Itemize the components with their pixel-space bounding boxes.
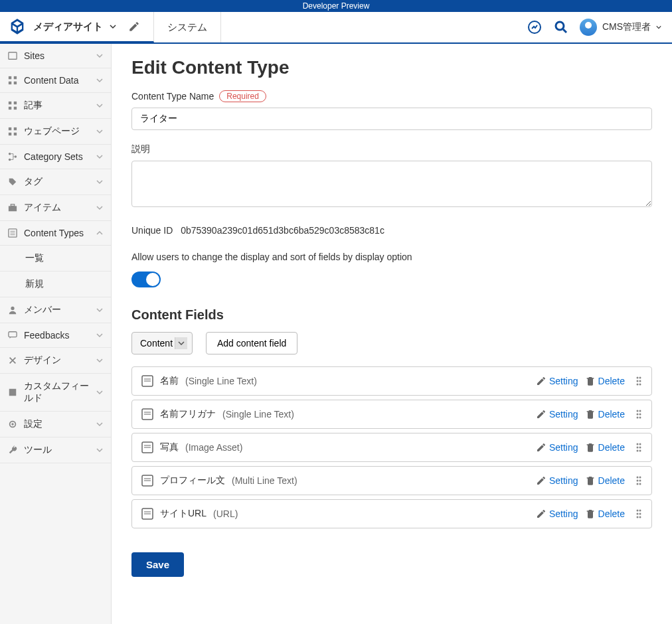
developer-preview-bar: Developer Preview bbox=[0, 0, 672, 12]
required-badge: Required bbox=[219, 90, 266, 102]
field-type-icon bbox=[141, 441, 153, 453]
svg-point-44 bbox=[639, 447, 641, 449]
delete-button[interactable]: Delete bbox=[585, 376, 625, 386]
sidebar-item-設定[interactable]: 設定 bbox=[0, 412, 111, 437]
field-type: (Single Line Text) bbox=[185, 376, 257, 386]
chevron-down-icon bbox=[96, 179, 103, 185]
drag-handle-icon[interactable] bbox=[635, 409, 642, 420]
svg-rect-18 bbox=[9, 206, 17, 211]
trash-icon bbox=[585, 409, 596, 420]
chevron-down-icon bbox=[96, 447, 103, 453]
svg-rect-10 bbox=[14, 107, 17, 110]
sidebar-item-タグ[interactable]: タグ bbox=[0, 169, 111, 195]
svg-point-28 bbox=[639, 377, 641, 379]
sidebar-item-ツール[interactable]: ツール bbox=[0, 437, 111, 463]
chevron-down-icon bbox=[96, 153, 103, 160]
drag-handle-icon[interactable] bbox=[635, 508, 642, 519]
sidebar-item-ウェブページ[interactable]: ウェブページ bbox=[0, 119, 111, 145]
sidebar-item-content-data[interactable]: Content Data bbox=[0, 68, 111, 93]
chevron-down-icon bbox=[110, 23, 116, 30]
delete-button[interactable]: Delete bbox=[585, 508, 625, 519]
add-content-field-button[interactable]: Add content field bbox=[206, 332, 297, 354]
uid-label: Unique ID bbox=[131, 225, 173, 236]
field-type-icon bbox=[141, 475, 153, 487]
save-button[interactable]: Save bbox=[131, 552, 184, 577]
svg-point-21 bbox=[11, 307, 14, 310]
sidebar-item-カスタムフィールド[interactable]: カスタムフィールド bbox=[0, 374, 111, 412]
svg-point-51 bbox=[639, 480, 641, 482]
svg-point-59 bbox=[637, 516, 639, 518]
search-icon[interactable] bbox=[553, 19, 569, 35]
uid-value: 0b75390a239c01d651d3bc6ba529c03c8583c81c bbox=[181, 225, 384, 236]
sidebar-item-label: ウェブページ bbox=[24, 125, 80, 137]
svg-rect-2 bbox=[9, 52, 17, 60]
svg-point-25 bbox=[11, 423, 14, 426]
drag-handle-icon[interactable] bbox=[635, 376, 642, 386]
chevron-down-icon bbox=[96, 357, 103, 364]
svg-rect-12 bbox=[14, 127, 17, 130]
svg-point-37 bbox=[639, 414, 641, 416]
svg-point-16 bbox=[9, 159, 11, 161]
sidebar-item-デザイン[interactable]: デザイン bbox=[0, 348, 111, 374]
name-input[interactable] bbox=[131, 108, 652, 130]
svg-point-39 bbox=[639, 417, 641, 419]
svg-point-46 bbox=[639, 450, 641, 452]
field-type-select[interactable]: Content bbox=[131, 332, 193, 354]
delete-button[interactable]: Delete bbox=[585, 442, 625, 453]
sidebar-item-content-types[interactable]: Content Types bbox=[0, 221, 111, 246]
svg-point-48 bbox=[637, 477, 639, 479]
uid-row: Unique ID 0b75390a239c01d651d3bc6ba529c0… bbox=[131, 225, 652, 236]
delete-button[interactable]: Delete bbox=[585, 409, 625, 420]
analytics-icon[interactable] bbox=[527, 19, 543, 35]
gear-icon bbox=[8, 420, 17, 429]
display-sort-toggle[interactable] bbox=[131, 272, 161, 287]
brand-title: メディアサイト bbox=[33, 21, 103, 33]
delete-button[interactable]: Delete bbox=[585, 475, 625, 486]
svg-point-29 bbox=[637, 380, 639, 382]
svg-point-31 bbox=[637, 384, 639, 386]
svg-point-57 bbox=[637, 513, 639, 515]
sidebar-item-メンバー[interactable]: メンバー bbox=[0, 297, 111, 323]
field-type-icon bbox=[141, 375, 153, 387]
sidebar-sub-一覧[interactable]: 一覧 bbox=[0, 246, 111, 272]
brand-section[interactable]: メディアサイト bbox=[0, 12, 154, 42]
sidebar-item-記事[interactable]: 記事 bbox=[0, 93, 111, 119]
header-right: CMS管理者 bbox=[516, 12, 672, 42]
user-menu[interactable]: CMS管理者 bbox=[580, 19, 661, 36]
sidebar-item-feedbacks[interactable]: Feedbacks bbox=[0, 323, 111, 348]
setting-button[interactable]: Setting bbox=[536, 508, 578, 519]
svg-point-30 bbox=[639, 380, 641, 382]
setting-button[interactable]: Setting bbox=[536, 475, 578, 486]
svg-rect-8 bbox=[14, 102, 17, 104]
svg-point-34 bbox=[637, 410, 639, 412]
field-name: 名前フリガナ bbox=[160, 408, 216, 420]
field-type: (Image Asset) bbox=[185, 442, 242, 453]
setting-button[interactable]: Setting bbox=[536, 376, 578, 386]
setting-button[interactable]: Setting bbox=[536, 442, 578, 453]
svg-rect-23 bbox=[9, 389, 17, 396]
field-name: プロフィール文 bbox=[160, 475, 225, 487]
chat-icon bbox=[8, 331, 17, 340]
edit-icon[interactable] bbox=[123, 21, 145, 33]
top-header: メディアサイト システム CMS管理者 bbox=[0, 12, 672, 44]
desc-textarea[interactable] bbox=[131, 161, 652, 207]
svg-rect-11 bbox=[9, 127, 11, 130]
sidebar-item-category-sets[interactable]: Category Sets bbox=[0, 145, 111, 169]
drag-handle-icon[interactable] bbox=[635, 475, 642, 486]
sidebar-item-アイテム[interactable]: アイテム bbox=[0, 195, 111, 221]
sidebar-item-label: ツール bbox=[24, 444, 52, 456]
drag-handle-icon[interactable] bbox=[635, 442, 642, 453]
chevron-down-icon bbox=[96, 389, 103, 396]
svg-point-1 bbox=[556, 22, 564, 30]
field-type: (Multi Line Text) bbox=[232, 475, 297, 486]
trash-icon bbox=[585, 475, 596, 486]
system-tab[interactable]: システム bbox=[154, 12, 221, 42]
content-field-row: 写真 (Image Asset) Setting Delete bbox=[131, 433, 652, 462]
sidebar-sub-新規[interactable]: 新規 bbox=[0, 272, 111, 297]
cross-icon bbox=[8, 356, 17, 365]
setting-button[interactable]: Setting bbox=[536, 409, 578, 420]
sidebar-item-sites[interactable]: Sites bbox=[0, 44, 111, 68]
sidebar-item-label: Feedbacks bbox=[24, 330, 69, 341]
svg-point-41 bbox=[637, 443, 639, 445]
content-field-row: サイトURL (URL) Setting Delete bbox=[131, 499, 652, 528]
